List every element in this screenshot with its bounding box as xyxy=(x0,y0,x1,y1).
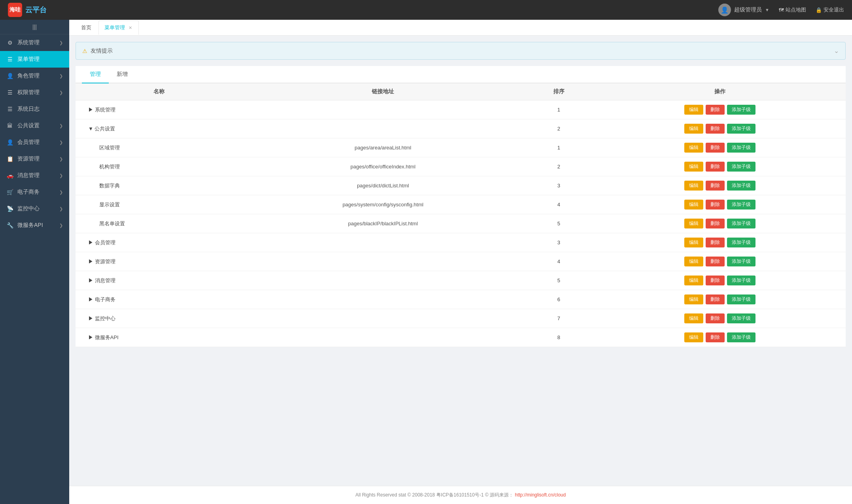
cell-url xyxy=(243,119,523,138)
edit-button[interactable]: 编辑 xyxy=(684,143,703,153)
edit-button[interactable]: 编辑 xyxy=(684,181,703,191)
delete-button[interactable]: 删除 xyxy=(706,200,725,210)
sidebar-item-system[interactable]: ⚙ 系统管理 ❯ xyxy=(0,34,69,51)
cell-name: ▶ 消息管理 xyxy=(76,271,243,290)
add-child-button[interactable]: 添加子级 xyxy=(727,238,755,247)
menu-table-container: 名称 链接地址 排序 操作 ▶ 系统管理 1 编辑 删除 添加子级 xyxy=(76,83,846,347)
cell-order: 5 xyxy=(523,214,595,233)
sidebar-item-message[interactable]: 🚗 消息管理 ❯ xyxy=(0,167,69,184)
cell-name: ▶ 资源管理 xyxy=(76,252,243,271)
cell-actions: 编辑 删除 添加子级 xyxy=(594,233,846,252)
edit-button[interactable]: 编辑 xyxy=(684,200,703,210)
action-btn-group: 编辑 删除 添加子级 xyxy=(600,181,839,191)
ecommerce-arrow-icon: ❯ xyxy=(59,190,63,195)
user-dropdown-icon: ▼ xyxy=(765,8,769,12)
delete-button[interactable]: 删除 xyxy=(706,294,725,304)
cell-actions: 编辑 删除 添加子级 xyxy=(594,100,846,119)
sidebar-item-perm[interactable]: ☰ 权限管理 ❯ xyxy=(0,84,69,101)
cell-name: 黑名单设置 xyxy=(76,214,243,233)
public-icon: 🏛 xyxy=(6,123,13,129)
message-arrow-icon: ❯ xyxy=(59,173,63,178)
delete-button[interactable]: 删除 xyxy=(706,105,725,115)
sidebar-item-role[interactable]: 👤 角色管理 ❯ xyxy=(0,68,69,84)
delete-button[interactable]: 删除 xyxy=(706,162,725,172)
edit-button[interactable]: 编辑 xyxy=(684,238,703,247)
sidebar-item-resource[interactable]: 📋 资源管理 ❯ xyxy=(0,151,69,167)
cell-order: 4 xyxy=(523,252,595,271)
add-child-button[interactable]: 添加子级 xyxy=(727,276,755,285)
sidebar-collapse-btn[interactable]: ||| xyxy=(0,20,69,34)
cell-actions: 编辑 删除 添加子级 xyxy=(594,138,846,157)
sidebar-label-resource: 资源管理 xyxy=(17,155,40,162)
logout-link[interactable]: 🔒 安全退出 xyxy=(816,6,844,13)
sidebar-item-public[interactable]: 🏛 公共设置 ❯ xyxy=(0,117,69,134)
delete-button[interactable]: 删除 xyxy=(706,332,725,342)
sidebar-item-member[interactable]: 👤 会员管理 ❯ xyxy=(0,134,69,151)
table-header-row: 名称 链接地址 排序 操作 xyxy=(76,83,846,100)
add-child-button[interactable]: 添加子级 xyxy=(727,105,755,115)
sitemap-link[interactable]: 🗺 站点地图 xyxy=(779,6,806,13)
action-btn-group: 编辑 删除 添加子级 xyxy=(600,294,839,304)
menu-icon: ☰ xyxy=(6,56,13,62)
cell-actions: 编辑 删除 添加子级 xyxy=(594,214,846,233)
breadcrumb-menu-mgmt[interactable]: 菜单管理 ✕ xyxy=(98,21,139,35)
add-child-button[interactable]: 添加子级 xyxy=(727,257,755,266)
add-child-button[interactable]: 添加子级 xyxy=(727,219,755,228)
content-area: 首页 菜单管理 ✕ ⚠ 友情提示 ⌄ 管理 xyxy=(69,20,852,504)
edit-button[interactable]: 编辑 xyxy=(684,162,703,172)
edit-button[interactable]: 编辑 xyxy=(684,219,703,228)
sidebar-item-menu[interactable]: ☰ 菜单管理 xyxy=(0,51,69,68)
tab-close-icon[interactable]: ✕ xyxy=(127,25,133,30)
action-btn-group: 编辑 删除 添加子级 xyxy=(600,124,839,134)
cell-url: pages/office/officeIndex.html xyxy=(243,157,523,176)
add-child-button[interactable]: 添加子级 xyxy=(727,181,755,191)
add-child-button[interactable]: 添加子级 xyxy=(727,294,755,304)
edit-button[interactable]: 编辑 xyxy=(684,332,703,342)
delete-button[interactable]: 删除 xyxy=(706,219,725,228)
sidebar-label-member: 会员管理 xyxy=(17,139,40,146)
table-row: 显示设置 pages/system/config/sysconfig.html … xyxy=(76,195,846,214)
notice-collapse-icon[interactable]: ⌄ xyxy=(834,47,839,55)
delete-button[interactable]: 删除 xyxy=(706,276,725,285)
breadcrumb-home[interactable]: 首页 xyxy=(76,21,97,35)
delete-button[interactable]: 删除 xyxy=(706,124,725,134)
user-info[interactable]: 👤 超级管理员 ▼ xyxy=(718,4,769,16)
table-row: ▶ 会员管理 3 编辑 删除 添加子级 xyxy=(76,233,846,252)
delete-button[interactable]: 删除 xyxy=(706,181,725,191)
edit-button[interactable]: 编辑 xyxy=(684,124,703,134)
sidebar-item-microapi[interactable]: 🔧 微服务API ❯ xyxy=(0,217,69,234)
cell-url: pages/area/areaList.html xyxy=(243,138,523,157)
cell-order: 1 xyxy=(523,100,595,119)
sidebar-item-monitor[interactable]: 📡 监控中心 ❯ xyxy=(0,200,69,217)
add-child-button[interactable]: 添加子级 xyxy=(727,332,755,342)
edit-button[interactable]: 编辑 xyxy=(684,276,703,285)
add-child-button[interactable]: 添加子级 xyxy=(727,200,755,210)
action-btn-group: 编辑 删除 添加子级 xyxy=(600,276,839,285)
tab-manage[interactable]: 管理 xyxy=(82,66,109,83)
footer-link[interactable]: http://minglisoft.cn/cloud xyxy=(515,492,566,498)
sidebar-item-ecommerce[interactable]: 🛒 电子商务 ❯ xyxy=(0,184,69,200)
add-child-button[interactable]: 添加子级 xyxy=(727,313,755,323)
col-header-url: 链接地址 xyxy=(243,83,523,100)
cell-actions: 编辑 删除 添加子级 xyxy=(594,271,846,290)
delete-button[interactable]: 删除 xyxy=(706,257,725,266)
cell-url xyxy=(243,252,523,271)
edit-button[interactable]: 编辑 xyxy=(684,294,703,304)
add-child-button[interactable]: 添加子级 xyxy=(727,143,755,153)
delete-button[interactable]: 删除 xyxy=(706,143,725,153)
add-child-button[interactable]: 添加子级 xyxy=(727,124,755,134)
delete-button[interactable]: 删除 xyxy=(706,238,725,247)
cell-url: pages/blackIP/blackIPList.html xyxy=(243,214,523,233)
tab-add[interactable]: 新增 xyxy=(109,66,136,83)
add-child-button[interactable]: 添加子级 xyxy=(727,162,755,172)
edit-button[interactable]: 编辑 xyxy=(684,313,703,323)
sidebar-item-log[interactable]: ☰ 系统日志 xyxy=(0,101,69,117)
edit-button[interactable]: 编辑 xyxy=(684,105,703,115)
cell-url xyxy=(243,290,523,309)
cell-order: 2 xyxy=(523,157,595,176)
table-row: ▶ 电子商务 6 编辑 删除 添加子级 xyxy=(76,290,846,309)
action-btn-group: 编辑 删除 添加子级 xyxy=(600,143,839,153)
delete-button[interactable]: 删除 xyxy=(706,313,725,323)
menu-table: 名称 链接地址 排序 操作 ▶ 系统管理 1 编辑 删除 添加子级 xyxy=(76,83,846,347)
edit-button[interactable]: 编辑 xyxy=(684,257,703,266)
